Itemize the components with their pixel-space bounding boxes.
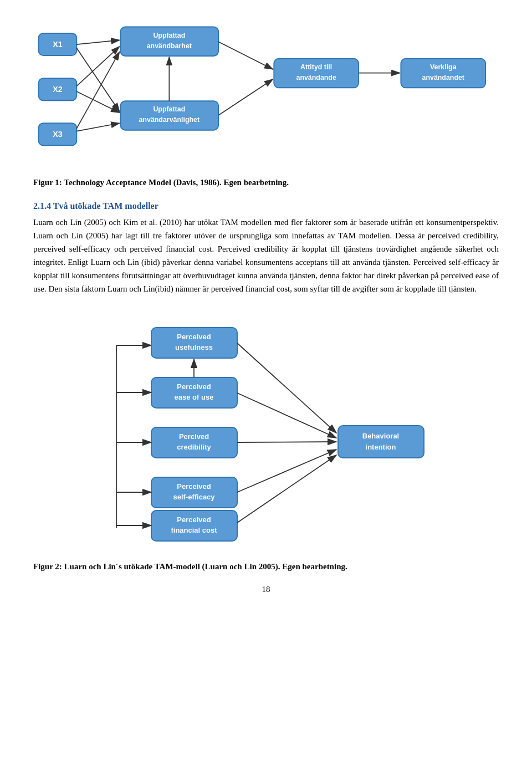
svg-line-26	[218, 79, 273, 115]
svg-line-19	[76, 40, 119, 44]
section-heading: 2.1.4 Två utökade TAM modeller	[33, 201, 499, 211]
svg-text:Uppfattad: Uppfattad	[153, 32, 185, 39]
svg-line-25	[218, 42, 273, 69]
svg-line-58	[237, 442, 336, 442]
fig2-caption: Figur 2: Luarn och Lin´s utökade TAM-mod…	[33, 560, 499, 573]
svg-text:X2: X2	[53, 85, 63, 94]
page-number: 18	[33, 585, 499, 594]
svg-text:self-efficacy: self-efficacy	[173, 493, 215, 501]
svg-text:X1: X1	[53, 40, 63, 49]
svg-line-23	[76, 123, 119, 131]
svg-text:Percived: Percived	[179, 432, 209, 441]
svg-line-24	[76, 52, 119, 128]
svg-text:Behavioral: Behavioral	[362, 432, 399, 440]
svg-line-60	[237, 455, 336, 523]
svg-text:Perceived: Perceived	[177, 515, 211, 524]
body-paragraph-1: Luarn och Lin (2005) och Kim et al. (201…	[33, 216, 499, 295]
svg-text:ease of use: ease of use	[175, 393, 214, 401]
svg-rect-48	[338, 426, 424, 458]
svg-text:Attityd till: Attityd till	[300, 63, 332, 71]
svg-line-59	[237, 450, 336, 492]
svg-text:Uppfattad: Uppfattad	[153, 105, 185, 113]
svg-line-57	[237, 393, 336, 438]
svg-text:användande: användande	[296, 74, 336, 81]
svg-text:Perceived: Perceived	[177, 382, 211, 391]
svg-text:financial cost: financial cost	[171, 526, 217, 534]
svg-text:usefulness: usefulness	[175, 343, 213, 351]
svg-text:Perceived: Perceived	[177, 482, 211, 491]
fig1-caption: Figur 1: Technology Acceptance Model (Da…	[33, 176, 499, 189]
svg-line-56	[237, 343, 336, 433]
svg-text:användbarhet: användbarhet	[147, 42, 192, 50]
svg-text:användandet: användandet	[422, 74, 464, 81]
svg-text:intention: intention	[366, 443, 396, 451]
figure1-diagram: X1 X2 X3 Uppfattad användbarhet Uppfatta…	[33, 17, 499, 166]
svg-text:X3: X3	[53, 130, 63, 139]
figure2-diagram: Perceived usefulness Perceived ease of u…	[33, 312, 499, 550]
svg-text:användarvänlighet: användarvänlighet	[139, 116, 200, 124]
svg-text:Verkliga: Verkliga	[430, 63, 457, 71]
svg-text:Perceived: Perceived	[177, 333, 211, 341]
svg-text:credibility: credibility	[177, 443, 211, 451]
